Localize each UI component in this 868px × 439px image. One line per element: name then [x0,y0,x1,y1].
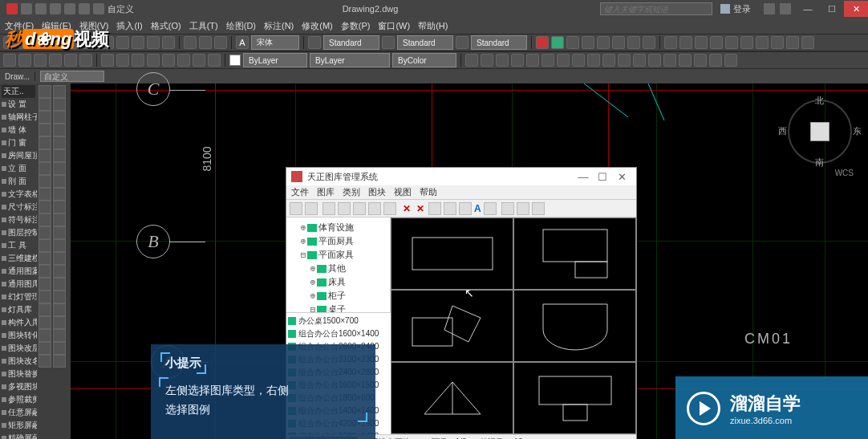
side-tool-icon[interactable] [53,213,66,226]
tool-icon[interactable] [627,36,640,49]
dtool-icon[interactable] [517,202,529,215]
panel-item[interactable]: 文字表格 [2,188,35,201]
tool-icon[interactable] [162,54,175,67]
dtool-icon[interactable] [484,202,497,215]
tool-icon[interactable] [465,54,478,67]
preview-cell[interactable] [391,362,513,434]
tool-icon[interactable] [597,36,610,49]
panel-item[interactable]: 构件入库 [2,316,35,329]
dtool-icon[interactable] [428,202,441,215]
color-combo[interactable]: ByLayer [243,53,307,67]
tool-icon[interactable] [116,36,129,49]
panel-item[interactable]: 图块替换 [2,368,35,380]
side-tool-icon[interactable] [39,252,51,265]
dmenu-help[interactable]: 帮助 [420,186,437,198]
panel-item[interactable]: 通用图案 [2,265,35,278]
tool-icon[interactable] [771,36,784,49]
tool-icon[interactable] [725,36,738,49]
tool-icon[interactable] [147,36,160,49]
tool-icon[interactable] [382,36,395,49]
help-icon[interactable] [780,3,791,14]
dtool-icon[interactable] [444,202,456,215]
panel-item[interactable]: 设 置 [2,98,35,111]
dtool-icon[interactable] [383,202,396,215]
panel-item[interactable]: 工 具 [2,239,35,252]
side-tool-icon[interactable] [53,149,66,162]
maximize-button[interactable]: ☐ [820,1,844,17]
side-tool-icon[interactable] [53,316,66,329]
tool-icon[interactable] [132,54,144,67]
tool-icon[interactable] [208,54,221,67]
minimize-button[interactable]: — [796,1,820,17]
dtool-icon[interactable] [459,202,472,215]
tool-icon[interactable] [536,36,549,49]
side-tool-icon[interactable] [39,188,51,201]
side-tool-icon[interactable] [53,329,66,342]
tool-icon[interactable] [199,36,212,49]
tool-icon[interactable] [18,54,31,67]
tool-icon[interactable] [740,36,753,49]
side-tool-icon[interactable] [39,226,51,239]
dtool-icon[interactable] [290,202,302,215]
dmenu-file[interactable]: 文件 [291,186,309,198]
drawing-canvas[interactable]: 8100 C1815 CM01 C B A 北 南 东 西 WCS 天正图库管理… [71,83,868,439]
side-tool-icon[interactable] [53,175,66,188]
dtool-icon[interactable] [353,202,366,215]
side-tool-icon[interactable] [53,278,66,291]
side-tool-icon[interactable] [53,136,66,149]
tool-icon[interactable] [496,54,509,67]
dmenu-cat[interactable]: 类别 [343,186,360,198]
panel-item[interactable]: 图块改层 [2,342,35,355]
menu-tools[interactable]: 工具(T) [189,20,218,32]
panel-item[interactable]: 通用图库 [2,278,35,291]
tree-node[interactable]: ⊟桌子 [290,303,387,312]
tool-icon[interactable] [582,36,594,49]
preview-cell[interactable] [513,217,636,290]
panel-item[interactable]: 图块转化 [2,329,35,342]
side-tool-icon[interactable] [53,85,66,98]
tool-icon[interactable] [551,36,564,49]
tool-icon[interactable] [308,36,321,49]
tool-icon[interactable] [724,54,737,67]
layout-combo[interactable]: 自定义 [40,71,104,82]
delete-icon[interactable]: ✕ [415,203,426,214]
side-tool-icon[interactable] [53,162,66,175]
tool-icon[interactable] [679,54,692,67]
panel-item[interactable]: 灯具库 [2,303,35,316]
panel-item[interactable]: 立 面 [2,162,35,175]
side-tool-icon[interactable] [53,201,66,213]
panel-item[interactable]: 多视图块 [2,380,35,393]
menu-dim[interactable]: 标注(N) [264,20,294,32]
text-a-icon[interactable]: A [474,203,481,214]
side-tool-icon[interactable] [53,98,66,111]
dtool-icon[interactable] [532,202,545,215]
side-tool-icon[interactable] [53,239,66,252]
tool-icon[interactable] [184,36,197,49]
panel-item[interactable]: 幻灯管理 [2,291,35,303]
app-icon[interactable] [6,3,18,14]
side-tool-icon[interactable] [53,111,66,124]
tool-icon[interactable] [633,54,646,67]
panel-item[interactable]: 轴网柱子 [2,111,35,124]
qat-new-icon[interactable] [21,3,32,14]
side-tool-icon[interactable] [39,85,51,98]
qat-redo-icon[interactable] [79,3,90,14]
layout-tab[interactable]: Draw... [0,72,35,81]
panel-item[interactable]: 三维建模 [2,252,35,265]
tree-node[interactable]: ⊕体育设施 [290,221,387,234]
tool-icon[interactable] [147,54,160,67]
dmenu-lib[interactable]: 图库 [317,186,335,198]
tool-icon[interactable] [557,54,570,67]
side-tool-icon[interactable] [39,316,51,329]
tool-icon[interactable] [132,36,144,49]
side-tool-icon[interactable] [53,252,66,265]
dialog-max-button[interactable]: ☐ [593,171,612,183]
side-tool-icon[interactable] [39,98,51,111]
tool-icon[interactable] [214,36,227,49]
panel-item[interactable]: 参照裁剪 [2,393,35,406]
dialog-close-button[interactable]: ✕ [612,171,631,183]
side-tool-icon[interactable] [39,162,51,175]
tool-icon[interactable] [79,54,92,67]
menu-modify[interactable]: 修改(M) [302,20,333,32]
tree-node[interactable]: ⊟平面家具 [290,248,387,262]
